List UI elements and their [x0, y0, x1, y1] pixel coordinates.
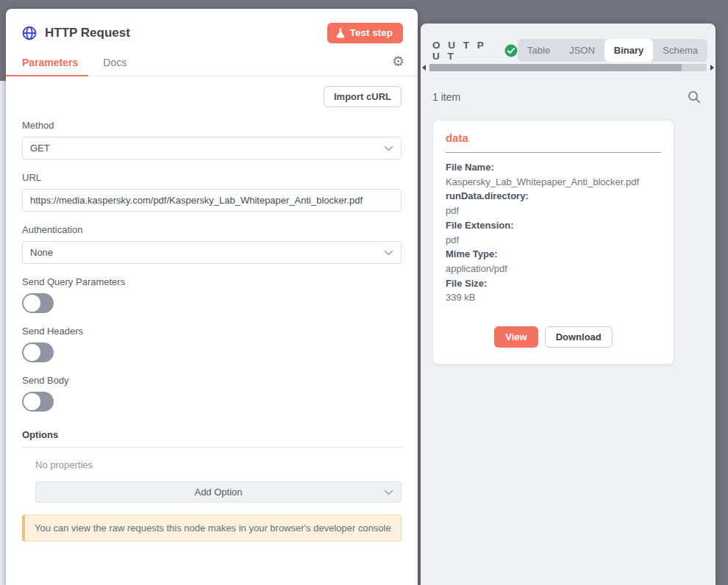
send-query-parameters-toggle[interactable] — [22, 293, 54, 313]
file-extension-value: pdf — [446, 233, 661, 248]
authentication-value: None — [30, 247, 53, 258]
file-name-value: Kaspersky_Lab_Whitepaper_Anti_blocker.pd… — [446, 175, 661, 190]
send-query-parameters-label: Send Query Parameters — [22, 276, 402, 287]
items-count: 1 item — [432, 91, 460, 103]
gear-icon[interactable]: ⚙ — [392, 54, 404, 68]
active-tab-underline — [6, 75, 88, 76]
tab-json[interactable]: JSON — [560, 39, 604, 62]
send-headers-toggle[interactable] — [22, 342, 54, 362]
scrollbar-track[interactable] — [429, 64, 707, 71]
no-properties-text: No properties — [35, 459, 402, 470]
tab-parameters[interactable]: Parameters — [22, 55, 78, 68]
tab-docs[interactable]: Docs — [103, 55, 126, 68]
url-label: URL — [22, 172, 402, 183]
authentication-label: Authentication — [22, 224, 402, 235]
developer-console-notice: You can view the raw requests this node … — [22, 514, 402, 542]
file-size-value: 339 kB — [446, 290, 661, 305]
scroll-right-arrow-icon[interactable] — [710, 65, 714, 71]
flask-icon — [336, 28, 345, 38]
globe-icon — [22, 26, 37, 40]
import-curl-button[interactable]: Import cURL — [324, 86, 402, 107]
input-panel-edge — [0, 81, 6, 585]
output-view-tabs: Table JSON Binary Schema — [518, 39, 707, 62]
node-tabs: Parameters Docs ⚙ — [6, 55, 418, 76]
download-button[interactable]: Download — [545, 326, 613, 348]
rundata-directory-value: pdf — [446, 204, 661, 218]
horizontal-scrollbar — [421, 63, 715, 72]
method-label: Method — [22, 120, 402, 131]
method-select[interactable]: GET — [22, 137, 402, 159]
toggle-knob — [24, 393, 40, 410]
parameters-form: Import cURL Method GET URL Authenticatio… — [6, 76, 418, 542]
tab-table[interactable]: Table — [518, 39, 560, 62]
test-step-button[interactable]: Test step — [327, 23, 403, 43]
add-option-select[interactable]: Add Option — [35, 481, 402, 503]
node-header: HTTP Request Test step Parameters Docs ⚙ — [6, 9, 418, 76]
success-check-icon — [504, 44, 518, 57]
toggle-knob — [24, 344, 40, 361]
tab-schema[interactable]: Schema — [653, 39, 707, 62]
chevron-down-icon — [384, 146, 393, 151]
send-body-label: Send Body — [22, 375, 402, 386]
mime-type-value: application/pdf — [446, 262, 661, 276]
url-input[interactable] — [22, 189, 402, 212]
file-size-label: File Size: — [446, 276, 661, 291]
rundata-directory-label: runData.directory: — [446, 189, 661, 204]
node-title: HTTP Request — [45, 26, 130, 40]
file-name-label: File Name: — [446, 160, 661, 175]
binary-key: data — [446, 132, 661, 144]
chevron-down-icon — [384, 250, 393, 256]
output-panel: O U T P U T Table JSON Binary Schema 1 i… — [421, 24, 715, 585]
method-value: GET — [30, 143, 50, 154]
send-headers-label: Send Headers — [22, 326, 402, 337]
tab-binary[interactable]: Binary — [604, 39, 653, 62]
options-heading: Options — [22, 429, 402, 448]
chevron-down-icon — [384, 489, 393, 495]
output-title: O U T P U T — [432, 40, 500, 62]
toggle-knob — [24, 295, 40, 312]
scrollbar-thumb[interactable] — [429, 64, 682, 71]
test-step-label: Test step — [350, 27, 393, 38]
mime-type-label: Mime Type: — [446, 247, 661, 262]
node-settings-panel: HTTP Request Test step Parameters Docs ⚙… — [6, 9, 418, 585]
binary-data-card: data File Name: Kaspersky_Lab_Whitepaper… — [432, 120, 674, 365]
send-body-toggle[interactable] — [22, 392, 54, 412]
view-button[interactable]: View — [494, 326, 538, 348]
scroll-left-arrow-icon[interactable] — [422, 65, 426, 71]
file-extension-label: File Extension: — [446, 218, 661, 233]
divider — [446, 152, 661, 153]
add-option-label: Add Option — [194, 487, 242, 498]
search-icon[interactable] — [688, 90, 701, 104]
authentication-select[interactable]: None — [22, 241, 402, 264]
